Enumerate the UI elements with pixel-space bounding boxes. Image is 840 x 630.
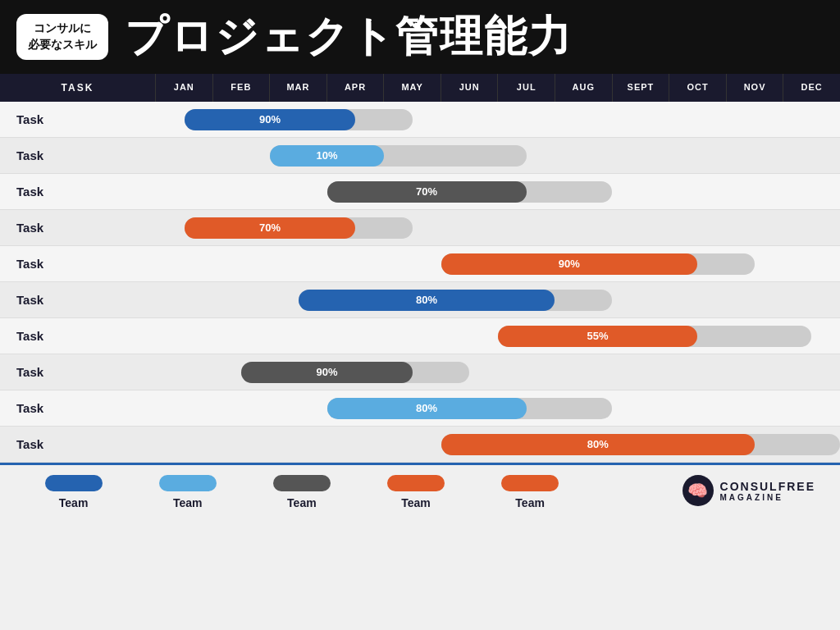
bar-3: 70%	[327, 181, 613, 203]
bar-pct-9: 80%	[406, 402, 447, 414]
badge-line2: 必要なスキル	[28, 38, 97, 51]
task-label-9: Task	[0, 401, 156, 415]
badge-line1: コンサルに	[34, 21, 91, 34]
legend-pill-2	[159, 475, 217, 491]
bar-pct-10: 80%	[578, 438, 619, 450]
apr-header: APR	[327, 74, 385, 102]
legend-label-5: Team	[515, 496, 545, 509]
gantt-row-4: Task70%	[0, 210, 840, 246]
header: コンサルに 必要なスキル プロジェクト管理能力	[0, 0, 840, 74]
gantt-row-1: Task90%	[0, 102, 840, 138]
task-bar-area-10: 80%	[156, 427, 840, 462]
gantt-row-3: Task70%	[0, 174, 840, 210]
task-label-3: Task	[0, 185, 156, 199]
legend-label-4: Team	[401, 496, 431, 509]
dec-header: DEC	[783, 74, 840, 102]
legend-pill-3	[273, 475, 331, 491]
bar-fill-7: 55%	[498, 326, 697, 347]
legend-label-2: Team	[173, 496, 203, 509]
bar-pct-4: 70%	[249, 221, 290, 234]
task-bar-area-2: 10%	[156, 138, 840, 173]
may-header: MAY	[384, 74, 441, 102]
gantt-row-9: Task80%	[0, 390, 840, 427]
gantt-row-5: Task90%	[0, 246, 840, 282]
task-bar-area-6: 80%	[156, 282, 840, 317]
legend-pill-1	[45, 475, 103, 491]
jan-header: JAN	[156, 74, 213, 102]
task-label-10: Task	[0, 437, 156, 451]
logo-name: CONSULFREE	[720, 480, 815, 493]
badge: コンサルに 必要なスキル	[16, 14, 108, 59]
jun-header: JUN	[441, 74, 499, 102]
bar-2: 10%	[270, 145, 527, 167]
oct-header: OCT	[669, 74, 727, 102]
bar-1: 90%	[185, 109, 413, 130]
bar-pct-3: 70%	[406, 185, 447, 198]
task-label-6: Task	[0, 293, 156, 307]
logo-container: 🧠 CONSULFREE MAGAZINE	[587, 475, 824, 506]
aug-header: AUG	[555, 74, 613, 102]
bar-fill-1: 90%	[185, 109, 355, 130]
bar-fill-6: 80%	[299, 290, 555, 311]
bar-4: 70%	[185, 217, 413, 239]
page-title: プロジェクト管理能力	[125, 8, 573, 66]
logo-text: CONSULFREE MAGAZINE	[720, 480, 815, 502]
bar-9: 80%	[327, 398, 613, 419]
bar-pct-1: 90%	[249, 113, 290, 126]
task-label-5: Task	[0, 257, 156, 271]
gantt-row-6: Task80%	[0, 282, 840, 318]
bar-fill-10: 80%	[441, 434, 755, 455]
gantt-row-10: Task80%	[0, 427, 840, 463]
sept-header: SEPT	[613, 74, 670, 102]
bar-pct-8: 90%	[306, 366, 347, 378]
mar-header: MAR	[270, 74, 327, 102]
task-bar-area-8: 90%	[156, 354, 840, 390]
feb-header: FEB	[213, 74, 271, 102]
bar-fill-5: 90%	[441, 253, 698, 275]
nov-header: NOV	[727, 74, 784, 102]
task-column-header: TASK	[0, 74, 156, 102]
legend-item-5: Team	[473, 475, 587, 509]
task-bar-area-5: 90%	[156, 246, 840, 281]
legend: Team Team Team Team Team 🧠 CONSULFREE MA…	[0, 463, 840, 519]
gantt-header: TASK JAN FEB MAR APR MAY JUN JUL AUG SEP…	[0, 74, 840, 102]
legend-item-3: Team	[244, 475, 358, 509]
task-bar-area-7: 55%	[156, 318, 840, 354]
bar-10: 80%	[441, 434, 840, 455]
legend-label-1: Team	[59, 496, 89, 509]
legend-item-4: Team	[358, 475, 472, 509]
task-label-7: Task	[0, 329, 156, 343]
task-bar-area-9: 80%	[156, 390, 840, 426]
bar-pct-5: 90%	[549, 258, 590, 270]
legend-pill-5	[501, 475, 559, 491]
legend-item-2: Team	[130, 475, 244, 509]
bar-fill-4: 70%	[185, 217, 355, 239]
bar-fill-3: 70%	[327, 181, 527, 203]
legend-label-3: Team	[287, 496, 317, 509]
bar-7: 55%	[498, 326, 811, 347]
legend-pill-4	[387, 475, 445, 491]
task-label-2: Task	[0, 148, 156, 162]
main-content: TASK JAN FEB MAR APR MAY JUN JUL AUG SEP…	[0, 74, 840, 630]
logo-icon: 🧠	[682, 475, 714, 506]
bar-pct-2: 10%	[306, 149, 347, 162]
legend-item-1: Team	[16, 475, 130, 509]
bar-fill-8: 90%	[241, 362, 412, 383]
task-label-1: Task	[0, 112, 156, 126]
bar-pct-6: 80%	[406, 294, 447, 306]
gantt-row-2: Task10%	[0, 138, 840, 174]
task-bar-area-3: 70%	[156, 174, 840, 209]
bar-fill-9: 80%	[327, 398, 527, 419]
task-bar-area-4: 70%	[156, 210, 840, 245]
bar-pct-7: 55%	[578, 330, 619, 342]
jul-header: JUL	[498, 74, 555, 102]
gantt-chart: TASK JAN FEB MAR APR MAY JUN JUL AUG SEP…	[0, 74, 840, 463]
bar-6: 80%	[299, 290, 612, 311]
task-label-8: Task	[0, 365, 156, 379]
task-label-4: Task	[0, 221, 156, 235]
gantt-row-8: Task90%	[0, 354, 840, 390]
bar-8: 90%	[241, 362, 469, 383]
task-bar-area-1: 90%	[156, 102, 840, 137]
gantt-rows: Task90%Task10%Task70%Task70%Task90%Task8…	[0, 102, 840, 463]
logo: 🧠 CONSULFREE MAGAZINE	[682, 475, 815, 506]
